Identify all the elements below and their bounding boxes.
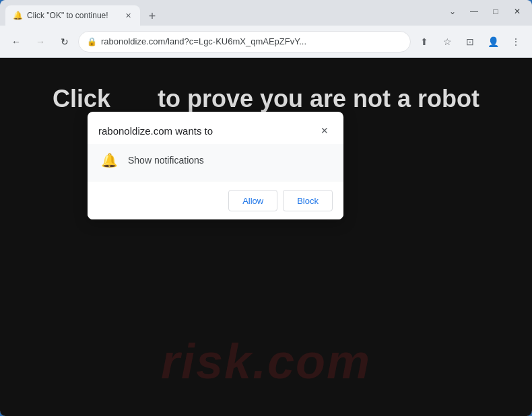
- active-tab[interactable]: 🔔 Click "OK" to continue! ✕: [5, 5, 140, 26]
- page-headline: Click to prove you are not a robot: [53, 85, 479, 113]
- new-tab-button[interactable]: +: [143, 7, 162, 26]
- address-bar[interactable]: 🔒 rabonoldize.com/land?c=Lgc-KU6mX_qmAEp…: [78, 31, 411, 53]
- back-button[interactable]: ←: [5, 31, 27, 53]
- minimize-button[interactable]: —: [465, 2, 484, 21]
- share-button[interactable]: ⬆: [413, 31, 435, 53]
- profile-button[interactable]: 👤: [482, 31, 504, 53]
- dialog-permission-row: 🔔 Show notifications: [88, 144, 343, 182]
- toolbar: ← → ↻ 🔒 rabonoldize.com/land?c=Lgc-KU6mX…: [0, 26, 532, 58]
- tab-close-button[interactable]: ✕: [123, 10, 133, 21]
- tab-title: Click "OK" to continue!: [27, 11, 119, 20]
- page-content: Click to prove you are not a robot risk.…: [0, 58, 532, 416]
- dialog-header: rabonoldize.com wants to ✕: [88, 112, 343, 144]
- lock-icon: 🔒: [87, 37, 97, 46]
- dialog-actions: Allow Block: [88, 182, 343, 219]
- close-button[interactable]: ✕: [508, 2, 527, 21]
- forward-button[interactable]: →: [30, 31, 51, 53]
- maximize-button[interactable]: □: [486, 2, 505, 21]
- block-button[interactable]: Block: [283, 190, 333, 211]
- menu-button[interactable]: ⋮: [505, 31, 527, 53]
- bookmark-button[interactable]: ☆: [436, 31, 458, 53]
- reload-button[interactable]: ↻: [54, 31, 75, 53]
- allow-button[interactable]: Allow: [228, 190, 277, 211]
- headline-text: Click to prove you are not a robot: [53, 85, 479, 112]
- dialog-close-button[interactable]: ✕: [317, 123, 333, 139]
- toolbar-actions: ⬆ ☆ ⊡ 👤 ⋮: [413, 31, 527, 53]
- browser-window: 🔔 Click "OK" to continue! ✕ + ⌄ — □ ✕ ← …: [0, 0, 532, 416]
- url-text: rabonoldize.com/land?c=Lgc-KU6mX_qmAEpZF…: [101, 36, 402, 46]
- permission-label: Show notifications: [128, 155, 204, 166]
- tab-area: 🔔 Click "OK" to continue! ✕ +: [5, 0, 443, 26]
- notification-dialog: rabonoldize.com wants to ✕ 🔔 Show notifi…: [88, 112, 343, 219]
- watermark-text: risk.com: [161, 334, 371, 389]
- title-bar: 🔔 Click "OK" to continue! ✕ + ⌄ — □ ✕: [0, 0, 532, 26]
- tab-favicon-icon: 🔔: [12, 10, 23, 21]
- window-controls: ⌄ — □ ✕: [443, 2, 527, 24]
- split-view-button[interactable]: ⊡: [459, 31, 481, 53]
- chevron-down-button[interactable]: ⌄: [443, 2, 462, 21]
- bell-icon: 🔔: [98, 149, 120, 171]
- dialog-site-name: rabonoldize.com wants to: [98, 125, 213, 137]
